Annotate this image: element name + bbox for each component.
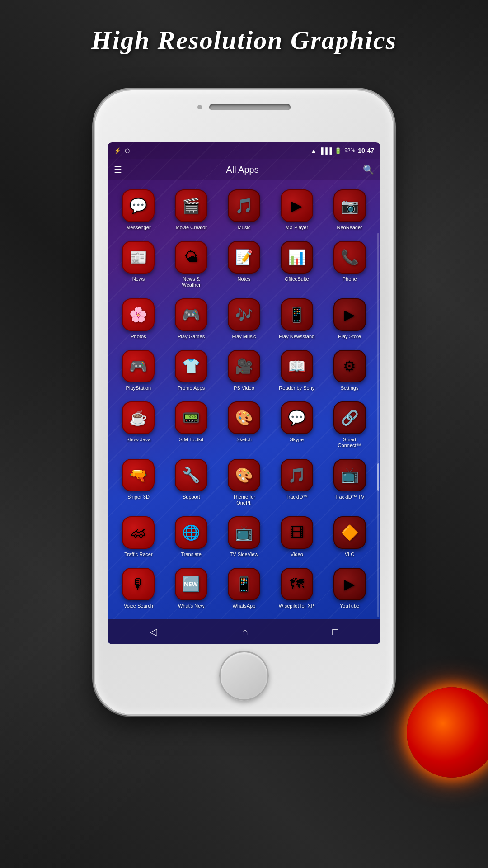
front-camera (197, 105, 202, 109)
list-item[interactable]: 🎙 Voice Search (112, 563, 165, 615)
list-item[interactable]: 🌐 Translate (165, 512, 218, 563)
list-item[interactable]: 🎵 TrackID™ (270, 454, 323, 512)
list-item[interactable]: 📊 OfficeSuite (270, 236, 323, 294)
app-label: PS Video (234, 385, 254, 391)
android-icon: ⬡ (125, 147, 130, 154)
app-label: Messenger (126, 225, 150, 231)
home-button[interactable] (219, 651, 269, 701)
list-item[interactable]: 📝 Notes (218, 236, 271, 294)
list-item[interactable]: ▶ Play Store (323, 294, 376, 345)
app-icon: 🔫 (122, 459, 155, 491)
app-icon: 🔗 (333, 401, 366, 434)
list-item[interactable]: 💬 Messenger (112, 185, 165, 236)
list-item[interactable]: 📖 Reader by Sony (270, 345, 323, 397)
list-item[interactable]: 🎮 PlayStation (112, 345, 165, 397)
list-item[interactable]: 🏎 Traffic Racer (112, 512, 165, 563)
app-label: SIM Toolkit (179, 437, 203, 443)
app-icon: 📊 (281, 241, 313, 274)
list-item[interactable]: 🎞 Video (270, 512, 323, 563)
list-item[interactable]: 🔫 Sniper 3D (112, 454, 165, 512)
app-icon: 🏎 (122, 516, 155, 549)
app-icon: 💬 (122, 189, 155, 222)
list-item[interactable]: 📰 News (112, 236, 165, 294)
phone-screen: ⚡ ⬡ ▲ ▐▐▐ 🔋 92% 10:47 ☰ All Apps 🔍 💬 Mes… (108, 142, 380, 644)
list-item[interactable]: 📷 NeoReader (323, 185, 376, 236)
app-label: NeoReader (337, 225, 362, 231)
app-label: Smart Connect™ (332, 437, 368, 448)
app-label: News & Weather (173, 276, 209, 288)
list-item[interactable]: ☕ Show Java (112, 397, 165, 454)
back-button[interactable]: ◁ (141, 623, 166, 642)
app-icon: 🎬 (175, 189, 207, 222)
app-label: MX Player (285, 225, 308, 231)
list-item[interactable]: 📺 TV SideView (218, 512, 271, 563)
app-icon: 🌸 (122, 298, 155, 331)
app-label: Play Games (178, 334, 205, 340)
app-label: PlayStation (126, 385, 151, 391)
list-item[interactable]: 📱 WhatsApp (218, 563, 271, 615)
list-item[interactable]: 🎶 Play Music (218, 294, 271, 345)
wifi-icon: ▲ (311, 147, 317, 154)
list-item[interactable]: 🗺 Wisepilot for XP. (270, 563, 323, 615)
app-icon: 💬 (281, 401, 313, 434)
app-label: Show Java (126, 437, 150, 443)
app-icon: 📞 (333, 241, 366, 274)
list-item[interactable]: 🎨 Sketch (218, 397, 271, 454)
list-item[interactable]: 🎨 Theme for OnePl. (218, 454, 271, 512)
list-item[interactable]: ▶ YouTube (323, 563, 376, 615)
app-label: Music (238, 225, 251, 231)
app-icon: 🎶 (228, 298, 260, 331)
list-item[interactable]: 🔧 Support (165, 454, 218, 512)
app-icon: 📟 (175, 401, 207, 434)
app-label: Video (291, 552, 303, 557)
battery-percent: 92% (344, 147, 355, 154)
app-icon: 🎨 (228, 401, 260, 434)
usb-icon: ⚡ (114, 147, 121, 154)
app-icon: 🌤 (175, 241, 207, 274)
menu-icon[interactable]: ☰ (114, 164, 122, 175)
app-label: Traffic Racer (124, 552, 152, 557)
app-icon: 🎮 (122, 350, 155, 382)
list-item[interactable]: 📞 Phone (323, 236, 376, 294)
list-item[interactable]: 🔶 VLC (323, 512, 376, 563)
list-item[interactable]: 🎬 Movie Creator (165, 185, 218, 236)
app-label: Sketch (236, 437, 252, 443)
list-item[interactable]: ⚙ Settings (323, 345, 376, 397)
app-icon: 📱 (281, 298, 313, 331)
search-icon[interactable]: 🔍 (363, 164, 374, 175)
list-item[interactable]: 💬 Skype (270, 397, 323, 454)
home-button-nav[interactable]: ⌂ (233, 623, 257, 642)
list-item[interactable]: 🌤 News & Weather (165, 236, 218, 294)
list-item[interactable]: 👕 Promo Apps (165, 345, 218, 397)
list-item[interactable]: 🔗 Smart Connect™ (323, 397, 376, 454)
app-label: VLC (345, 552, 354, 557)
app-icon: 🎮 (175, 298, 207, 331)
battery-icon: 🔋 (334, 147, 342, 154)
list-item[interactable]: 🎮 Play Games (165, 294, 218, 345)
app-bar-title: All Apps (226, 165, 258, 175)
list-item[interactable]: 📱 Play Newsstand (270, 294, 323, 345)
app-icon: 🌐 (175, 516, 207, 549)
list-item[interactable]: 🎥 PS Video (218, 345, 271, 397)
app-icon: 🎵 (228, 189, 260, 222)
list-item[interactable]: 📟 SIM Toolkit (165, 397, 218, 454)
list-item[interactable]: 📺 TrackID™ TV (323, 454, 376, 512)
app-label: YouTube (340, 603, 359, 609)
app-icon: 📺 (228, 516, 260, 549)
app-label: Phone (343, 276, 357, 282)
scrollbar[interactable] (377, 233, 379, 617)
app-icon: ⚙ (333, 350, 366, 382)
list-item[interactable]: 🆕 What's New (165, 563, 218, 615)
app-label: Theme for OnePl. (226, 494, 262, 506)
app-label: Movie Creator (176, 225, 207, 231)
app-icon: 🎙 (122, 568, 155, 600)
app-icon: 🎨 (228, 459, 260, 491)
list-item[interactable]: ▶ MX Player (270, 185, 323, 236)
app-icon: 🔧 (175, 459, 207, 491)
recent-button[interactable]: □ (323, 623, 347, 642)
app-label: TrackID™ (286, 494, 308, 500)
phone-top-area (197, 104, 291, 110)
list-item[interactable]: 🎵 Music (218, 185, 271, 236)
list-item[interactable]: 🌸 Photos (112, 294, 165, 345)
app-label: TV SideView (230, 552, 258, 557)
